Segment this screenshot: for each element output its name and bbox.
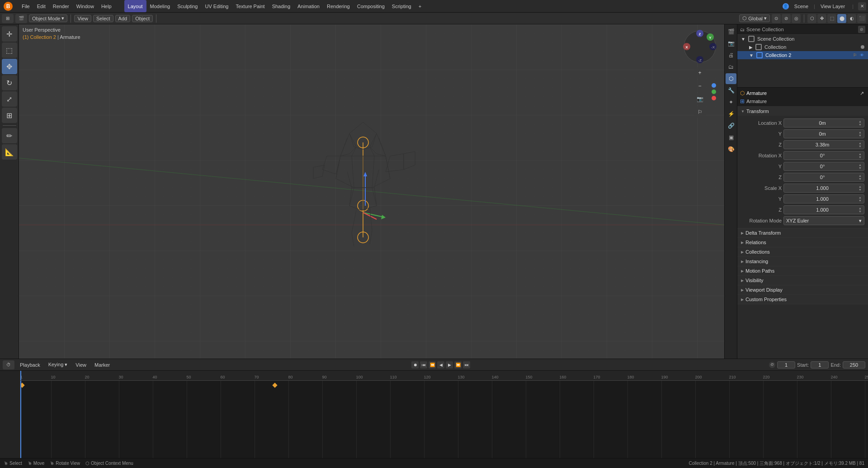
object-menu[interactable]: Object [132,15,153,22]
rotation-z-input[interactable]: 0° ▲▼ [783,173,864,182]
location-y-input[interactable]: 0m ▲▼ [783,129,864,138]
viewport-display-header[interactable]: ▶ Viewport Display [737,285,868,294]
start-frame-input[interactable]: 1 [811,361,829,369]
output-props-icon[interactable]: 🖨 [726,50,736,61]
tool-transform[interactable]: ⊞ [2,108,17,123]
scene-name[interactable]: Scene [792,3,811,10]
viewport-3d[interactable]: User Perspective (1) Collection 2 | Arma… [19,24,724,359]
tool-measure[interactable]: 📐 [2,144,17,160]
tab-modeling[interactable]: Modeling [146,0,174,12]
play-btn[interactable]: ▶ [446,361,453,369]
play-reverse-btn[interactable]: ◀ [437,361,444,369]
tracks-content[interactable] [20,381,868,458]
transform-global[interactable]: ⬡ Global ▾ [739,14,770,22]
tab-shading[interactable]: Shading [269,0,294,12]
outliner-filter-btn[interactable]: ⊘ [858,26,865,33]
object-props-icon[interactable]: ⬡ [726,73,736,84]
step-back-btn[interactable]: ⏪ [429,361,436,369]
tool-annotate[interactable]: ✏ [2,128,17,143]
status-rotate-view[interactable]: 🖱 Rotate View [50,461,80,466]
keying-menu[interactable]: Keying ▾ [46,361,71,368]
playback-menu[interactable]: Playback [17,362,43,368]
scale-z-input[interactable]: 1.000 ▲▼ [783,205,864,214]
frame-dropdown-icon[interactable]: ⏱ [769,362,775,368]
timeline-view-menu[interactable]: View [73,362,89,368]
select-menu[interactable]: Select [93,15,113,22]
rotation-x-input[interactable]: 0° ▲▼ [783,151,864,160]
close-window-icon[interactable]: ✕ [858,2,866,10]
scale-x-input[interactable]: 1.000 ▲▼ [783,184,864,193]
location-z-input[interactable]: 3.38m ▲▼ [783,140,864,149]
relations-header[interactable]: ▶ Relations [737,238,868,247]
tab-sculpting[interactable]: Sculpting [174,0,201,12]
add-menu[interactable]: Add [115,15,131,22]
step-fwd-btn[interactable]: ⏩ [454,361,462,369]
data-props-icon[interactable]: ▣ [726,132,736,143]
tool-rotate[interactable]: ↻ [2,75,17,90]
viewport-type-icon[interactable]: ⊞ [2,14,14,23]
tool-scale[interactable]: ⤢ [2,91,17,107]
collections-header[interactable]: ▶ Collections [737,247,868,256]
camera-view-btn[interactable]: 📷 [694,93,706,105]
walk-nav-btn[interactable]: ⚐ [694,106,706,118]
tab-scripting[interactable]: Scripting [388,0,415,12]
status-select[interactable]: 🖱 Select [4,461,22,466]
proportional-edit-btn[interactable]: ◎ [792,14,801,23]
jump-start-btn[interactable]: ⏮ [420,361,427,369]
shading-material[interactable]: ◐ [847,14,856,23]
tab-layout[interactable]: Layout [124,0,146,12]
scale-y-input[interactable]: 1.000 ▲▼ [783,194,864,203]
zoom-in-btn[interactable]: + [694,67,706,79]
tab-animation[interactable]: Animation [294,0,323,12]
outliner-collection2[interactable]: ▼ Collection 2 ⚐ 👁 [737,51,868,59]
tab-rendering[interactable]: Rendering [323,0,354,12]
physics-props-icon[interactable]: ⚡ [726,109,736,119]
custom-props-header[interactable]: ▶ Custom Properties [737,295,868,304]
outliner-scene-collection[interactable]: ▼ Scene Collection [737,35,868,43]
overlay-btn[interactable]: ⬡ [807,14,816,23]
tab-compositing[interactable]: Compositing [354,0,388,12]
marker-menu[interactable]: Marker [92,362,113,368]
nav-gizmo[interactable]: Z -Z X -X Y [682,29,717,64]
transform-section-header[interactable]: ▼ Transform [737,107,868,116]
jump-end-btn[interactable]: ⏭ [463,361,470,369]
render-props-icon[interactable]: 📷 [726,38,736,49]
timeline-tracks[interactable]: 1102030405060708090100110120130140150160… [20,371,868,458]
tab-uv-editing[interactable]: UV Editing [201,0,232,12]
view-menu[interactable]: View [74,15,91,22]
tool-cursor[interactable]: ✛ [2,26,17,42]
gizmo-btn[interactable]: ✤ [817,14,826,23]
location-x-input[interactable]: 0m ▲▼ [783,118,864,128]
tab-add[interactable]: + [415,0,425,12]
scene-props-icon[interactable]: 🎬 [726,26,736,37]
end-frame-input[interactable]: 250 [843,361,865,369]
menu-help[interactable]: Help [98,0,115,12]
outliner-collection[interactable]: ▶ Collection [737,43,868,51]
timeline-type-icon[interactable]: ⏱ [3,360,14,369]
particles-props-icon[interactable]: ✦ [726,97,736,108]
tool-select-box[interactable]: ⬚ [2,43,17,58]
material-props-icon[interactable]: 🎨 [726,144,736,155]
modifier-props-icon[interactable]: 🔧 [726,85,736,96]
delta-transform-header[interactable]: ▶ Delta Transform [737,228,868,237]
constraints-props-icon[interactable]: 🔗 [726,120,736,131]
menu-window[interactable]: Window [73,0,98,12]
snapping-btn[interactable]: ⊘ [782,14,791,23]
menu-file[interactable]: File [18,0,33,12]
pivot-point-btn[interactable]: ⊙ [772,14,781,23]
current-frame-input[interactable]: 1 [777,361,795,369]
motion-paths-header[interactable]: ▶ Motion Paths [737,266,868,275]
object-mode-selector[interactable]: Object Mode ▾ [29,14,67,22]
view-layer-props-icon[interactable]: 🗂 [726,61,736,72]
shading-wireframe[interactable]: ⬚ [827,14,836,23]
menu-render[interactable]: Render [49,0,73,12]
shading-solid[interactable]: ⬤ [837,14,846,23]
visibility-header[interactable]: ▶ Visibility [737,276,868,285]
tab-texture-paint[interactable]: Texture Paint [232,0,268,12]
zoom-out-btn[interactable]: − [694,80,706,92]
view-layer-name[interactable]: View Layer [818,3,848,10]
rotation-y-input[interactable]: 0° ▲▼ [783,162,864,171]
record-btn[interactable]: ⏺ [411,361,419,369]
status-move[interactable]: 🖱 Move [28,461,44,466]
instancing-header[interactable]: ▶ Instancing [737,257,868,266]
